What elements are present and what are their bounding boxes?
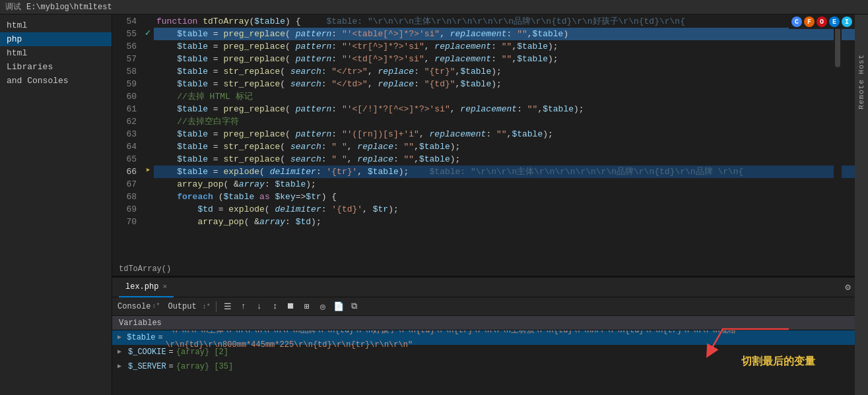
code-line-54: function tdToArray($table) { $table: "\r… — [154, 15, 855, 28]
code-line-62: //去掉空白字符 — [154, 115, 855, 128]
remote-host-label: Remote Host — [857, 54, 865, 109]
code-line-68: foreach ($table as $key=>$tr) { — [154, 191, 855, 203]
code-line-67: array_pop( &array: $table); — [154, 178, 855, 191]
editor-area: 54 55 56 57 58 59 60 61 62 63 64 65 66 6… — [112, 15, 868, 276]
code-line-69: $td = explode( delimiter: '{td}', $tr); — [154, 203, 855, 216]
var-expand-icon-cookie: ▶ — [117, 345, 125, 359]
code-content[interactable]: function tdToArray($table) { $table: "\r… — [154, 15, 855, 262]
gear-icon[interactable]: ⚙ — [845, 282, 850, 293]
sidebar-item-libraries[interactable]: Libraries — [0, 60, 112, 74]
code-line-63: $table = preg_replace( pattern: "'([rn])… — [154, 128, 855, 140]
sidebar: html php html Libraries and Consoles — [0, 15, 112, 395]
sidebar-item-and-consoles[interactable]: and Consoles — [0, 74, 112, 88]
code-line-60: //去掉 HTML 标记 — [154, 90, 855, 103]
var-name-server: $_SERVER — [128, 359, 166, 374]
toolbar-step-icon[interactable]: ↕ — [269, 301, 281, 313]
code-line-66: $table = explode( delimiter: '{tr}', $ta… — [154, 166, 855, 178]
scrollbar-v[interactable] — [834, 15, 842, 262]
var-value-server: {array} [35] — [176, 359, 233, 374]
scrollbar-thumb[interactable] — [835, 28, 840, 67]
code-line-61: $table = preg_replace( pattern: "'<[/!]*… — [154, 103, 855, 115]
code-line-65: $table = str_replace( search: " ", repla… — [154, 153, 855, 166]
ie-icon[interactable]: I — [842, 16, 852, 27]
firefox-icon[interactable]: F — [804, 16, 815, 27]
toolbar-down-icon[interactable]: ↓ — [253, 301, 265, 313]
var-value-cookie: {array} [2] — [176, 345, 228, 359]
var-row-server[interactable]: ▶ $_SERVER = {array} [35] — [112, 359, 868, 374]
var-equals-cookie: = — [169, 345, 174, 359]
variables-header: Variables ⊕ — [112, 316, 868, 330]
breadcrumb-text: tdToArray() — [119, 264, 171, 274]
bottom-toolbar: Console ↕* Output ↕* ☰ ↑ ↓ ↕ ⏹ ⊞ ◎ 📄 ⧉ — [112, 297, 868, 316]
remote-host-bar: Remote Host — [855, 15, 868, 395]
tab-lex-php[interactable]: lex.php × — [119, 278, 174, 297]
gutter-icons: ✓ ➤ — [142, 15, 154, 262]
code-line-55: $table = preg_replace( pattern: "'<table… — [154, 28, 855, 40]
var-expand-icon-server: ▶ — [117, 359, 125, 374]
variables-content: ▶ $table = "\r\n\r\n主体\r\n\r\n\r\n\r\n品牌… — [112, 330, 868, 395]
debug-label: 调试 — [5, 1, 21, 13]
right-panel: C F O E I Remote Host 54 55 56 57 58 59 … — [112, 15, 868, 395]
top-bar: 调试 E:\myblog\htmltest — [0, 0, 868, 15]
code-container: 54 55 56 57 58 59 60 61 62 63 64 65 66 6… — [112, 15, 855, 262]
edge-icon[interactable]: E — [829, 16, 840, 27]
toolbar-copy-icon[interactable]: ⧉ — [349, 301, 360, 313]
code-line-56: $table = preg_replace( pattern: "'<tr[^>… — [154, 40, 855, 53]
toolbar-up-icon[interactable]: ↑ — [238, 301, 250, 313]
sidebar-item-html2[interactable]: html — [0, 46, 112, 60]
toolbar-doc-icon[interactable]: 📄 — [333, 301, 345, 313]
var-equals-server: = — [169, 359, 174, 374]
sidebar-item-html1[interactable]: html — [0, 18, 112, 32]
variables-section: Variables ⊕ ▶ $table = "\r\n\r\n主体\r\n\r… — [112, 316, 868, 395]
var-expand-icon: ▶ — [117, 330, 124, 345]
toolbar-stop-icon[interactable]: ⏹ — [285, 301, 297, 313]
code-line-59: $table = str_replace( search: "</td>", r… — [154, 78, 855, 90]
output-label: Output ↕* — [168, 302, 210, 311]
line-numbers: 54 55 56 57 58 59 60 61 62 63 64 65 66 6… — [112, 15, 142, 262]
bottom-tabs-bar: lex.php × ⚙ — — [112, 278, 868, 297]
browser-icons-bar: C F O E I — [789, 15, 855, 29]
var-row-table[interactable]: ▶ $table = "\r\n\r\n主体\r\n\r\n\r\n\r\n品牌… — [112, 330, 868, 345]
code-line-57: $table = preg_replace( pattern: "'<td[^>… — [154, 53, 855, 65]
var-name-cookie: $_COOKIE — [128, 345, 166, 359]
bottom-panel: lex.php × ⚙ — Console ↕* Output ↕* — [112, 276, 868, 395]
breadcrumb: tdToArray() — [112, 262, 855, 276]
var-name-table: $table — [127, 330, 155, 345]
toolbar-target-icon[interactable]: ◎ — [317, 301, 329, 313]
file-path: E:\myblog\htmltest — [26, 3, 112, 12]
close-tab-icon[interactable]: × — [162, 283, 167, 291]
console-label: Console ↕* — [117, 301, 160, 313]
code-line-58: $table = str_replace( search: "</tr>", r… — [154, 65, 855, 78]
var-equals: = — [158, 330, 162, 345]
code-line-70: array_pop( &array: $td); — [154, 216, 855, 228]
sidebar-item-php[interactable]: php — [0, 32, 112, 46]
code-line-64: $table = str_replace( search: " ", repla… — [154, 140, 855, 153]
var-value-table: "\r\n\r\n主体\r\n\r\n\r\n\r\n品牌\r\n{td}\r\… — [166, 330, 863, 352]
chrome-icon[interactable]: C — [791, 16, 802, 27]
toolbar-table-icon[interactable]: ⊞ — [301, 301, 313, 313]
opera-icon[interactable]: O — [817, 16, 827, 27]
toolbar-list-icon[interactable]: ☰ — [222, 301, 234, 313]
